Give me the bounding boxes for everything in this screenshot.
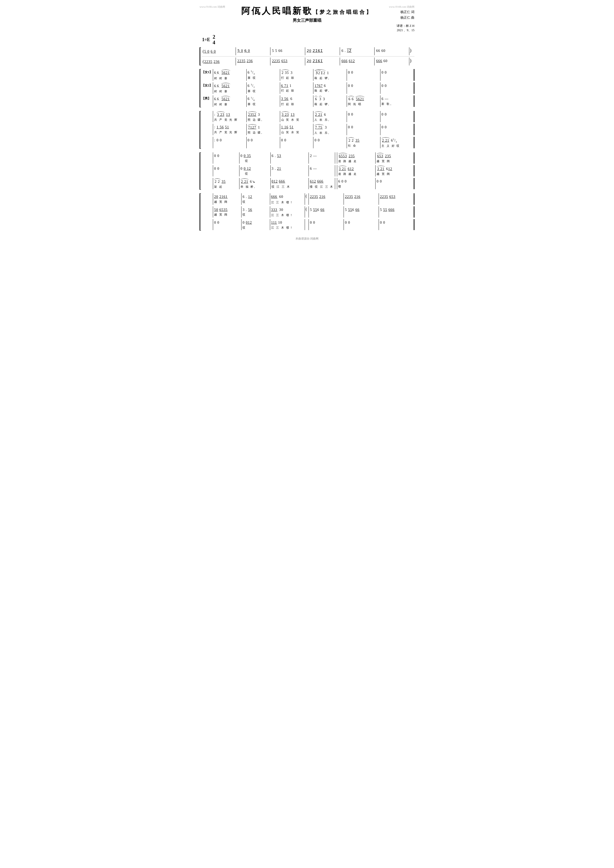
voices-section-3: 0 0 0 0 35 哎 6 . 53 2 — 6553 235 道 路 越 走 [199, 152, 415, 190]
voice-bridge-1: 0 0 0 0 35 哎 6 . 53 2 — 6553 235 道 路 越 走 [202, 152, 415, 164]
voice-bridge-2: 0 0 0 0 12 哎 3 . 21 6 — 3 21 612 道 路 越 走 [202, 165, 415, 177]
translator: 译谱：林 Z H [396, 24, 415, 28]
voice-female-2: 【女2】 6·6· 5621 村 村 寨 6 3/1 寨 哎 6 71 1 打 … [202, 82, 415, 94]
intro-staff-1: (5 0 6 0 5̣ 0 6̣ 0 5 5 66 2̣0 2̄1̄6̄1̄ 6… [201, 47, 415, 56]
time-signature: 2 4 [213, 34, 215, 45]
voices-section-1: 【女1】 6·6· 5621 村 村 寨 6 5/3 寨 哎 2 35 3 打 … [199, 69, 415, 107]
voice-male: 【男】 6·6· 5621 村 村 寨 6 1/6 寨 哎 3 56· 6 打 … [202, 95, 415, 107]
voice-final-3: 0 0 0 012 哎 111 10 江 三 木 喽！ 0 0 0 0 [202, 219, 415, 230]
voice-repeat-1: : 3 23 13 共 产 党 光 辉 2352 3 照 边 疆, 3 23 1… [202, 111, 415, 122]
author-ci: 杨正仁 词 [400, 9, 415, 15]
voice-repeat-2: : 1 56 51 共 产 党 光 辉 7127 1 照 边 疆, 1 16 5… [202, 124, 415, 135]
voices-section-2: : 3 23 13 共 产 党 光 辉 2352 3 照 边 疆, 3 23 1… [199, 111, 415, 149]
key-signature: 1=E [202, 37, 210, 42]
voice-final-2: 50 6535 越 宽 阔 3 . 56 哎 333· 30 江 三 木 喽！ … [202, 206, 415, 218]
voice-female-1: 【女1】 6·6· 5621 村 村 寨 6 5/3 寨 哎 2 35 3 打 … [202, 69, 415, 81]
author-qu: 杨正仁 曲 [400, 15, 415, 20]
date: 2021 、9、15 [397, 28, 415, 32]
site-url-right: www.tYv08.com 词曲网 [389, 5, 415, 9]
footer: 本曲谱源自 词曲网 [199, 237, 415, 240]
voice-final-1: 20 2161 越 宽 阔 6 . 12 哎 666· 60 江 三 木 喽！ … [202, 193, 415, 205]
site-url-left: www.tYv08.com 词曲网 [199, 5, 225, 9]
subtitle: 男女三声部重唱 [199, 18, 415, 23]
title-main: 阿佤人民唱新歌【梦之旅合唱组合】 [241, 6, 373, 16]
intro-section: (5 0 6 0 5̣ 0 6̣ 0 5 5 66 2̣0 2̄1̄6̄1̄ 6… [199, 47, 415, 65]
voice-repeat-3: : 0 0 0 0 0 0 0 0 2 2 35 社 会 2 21 65/3 [202, 137, 415, 148]
voices-section-4: 20 2161 越 宽 阔 6 . 12 哎 666· 60 江 三 木 喽！ … [199, 193, 415, 230]
voice-bridge-3: 2 2 35 架 起 2 21 6↘ 幸 福 桥, 012 666· 哎 江 三… [202, 178, 415, 189]
intro-staff-2: (2235 236 2235 236 2235 653 2̣0 2̄1̄6̄1̄… [201, 57, 415, 65]
